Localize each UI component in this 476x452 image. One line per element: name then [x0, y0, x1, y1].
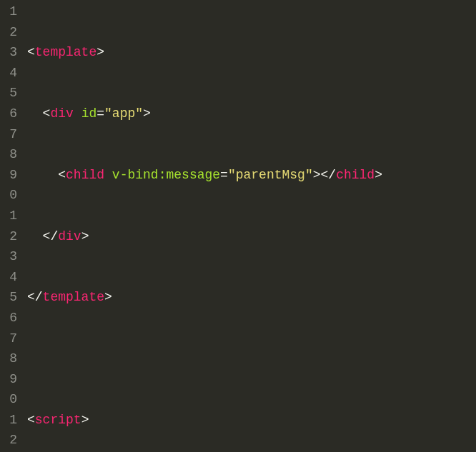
line-number: 2: [0, 22, 17, 43]
angle-bracket: </: [27, 290, 43, 304]
line-number: 5: [0, 83, 17, 104]
line-number-gutter: 1 2 3 4 5 6 7 8 9 0 1 2 3 4 5 6 7 8 9 0 …: [0, 0, 21, 452]
code-line[interactable]: </template>: [27, 287, 382, 308]
angle-bracket: ></: [313, 168, 336, 182]
line-number: 9: [0, 369, 17, 390]
line-number: 8: [0, 348, 17, 369]
line-number: 5: [0, 287, 17, 308]
line-number: 7: [0, 328, 17, 349]
angle-bracket: <: [43, 106, 51, 121]
code-area[interactable]: <template> <div id="app"> <child v-bind:…: [21, 0, 382, 452]
html-tag: template: [43, 290, 104, 304]
code-line[interactable]: <div id="app">: [27, 104, 382, 124]
space: [104, 168, 112, 182]
line-number: 2: [0, 226, 17, 247]
html-tag: child: [336, 168, 375, 182]
code-line[interactable]: <template>: [27, 42, 382, 63]
line-number: 1: [0, 206, 17, 226]
string: "app": [104, 106, 143, 121]
code-line[interactable]: <script>: [27, 410, 382, 431]
html-tag: div: [58, 229, 81, 243]
angle-bracket: >: [81, 229, 89, 243]
line-number: 7: [0, 124, 17, 145]
indent: [27, 168, 58, 182]
line-number: 8: [0, 144, 17, 165]
html-tag: child: [66, 168, 104, 182]
line-number: 0: [0, 389, 17, 410]
html-tag: template: [35, 45, 96, 59]
indent: [27, 229, 43, 243]
string: "parentMsg": [228, 168, 313, 182]
line-number: 2: [0, 430, 17, 451]
angle-bracket: <: [27, 413, 35, 427]
code-line[interactable]: <child v-bind:message="parentMsg"></chil…: [27, 165, 382, 186]
html-tag: script: [35, 413, 81, 427]
angle-bracket: </: [43, 229, 59, 243]
code-line[interactable]: [27, 348, 382, 369]
html-tag: div: [50, 106, 73, 121]
equals: =: [96, 106, 104, 121]
space: [74, 106, 81, 121]
equals: =: [220, 168, 228, 182]
line-number: 3: [0, 246, 17, 267]
line-number: 4: [0, 63, 17, 84]
line-number: 6: [0, 308, 17, 328]
angle-bracket: >: [104, 290, 112, 304]
indent: [27, 106, 43, 121]
line-number: 6: [0, 104, 17, 124]
line-number: 1: [0, 410, 17, 431]
line-number: 4: [0, 267, 17, 288]
angle-bracket: >: [375, 168, 382, 182]
angle-bracket: >: [81, 413, 89, 427]
angle-bracket: >: [96, 45, 104, 59]
angle-bracket: <: [58, 168, 66, 182]
line-number: 3: [0, 42, 17, 63]
line-number: 1: [0, 1, 17, 22]
angle-bracket: >: [143, 106, 151, 121]
line-number: 9: [0, 165, 17, 186]
angle-bracket: <: [27, 45, 35, 59]
line-number: 0: [0, 185, 17, 206]
code-line[interactable]: </div>: [27, 226, 382, 247]
html-attribute: id: [81, 106, 97, 121]
code-editor[interactable]: 1 2 3 4 5 6 7 8 9 0 1 2 3 4 5 6 7 8 9 0 …: [0, 0, 476, 452]
html-attribute: v-bind:message: [112, 168, 220, 182]
